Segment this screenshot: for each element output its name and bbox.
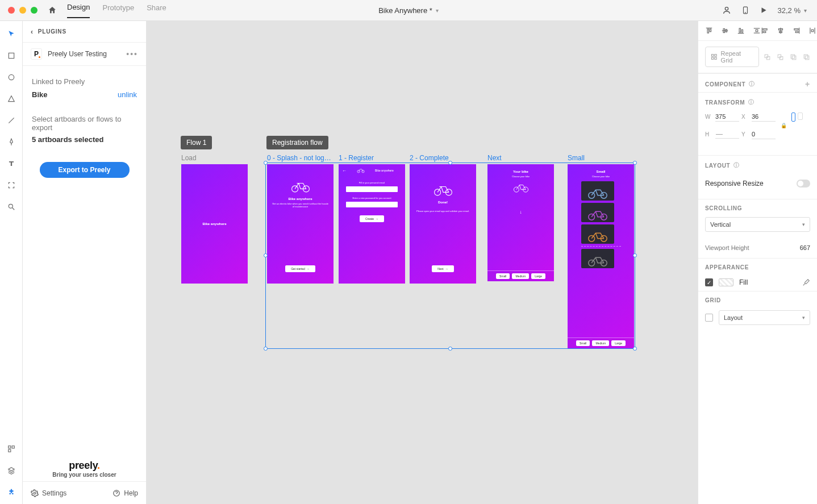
subtract-op-icon[interactable]: [777, 53, 784, 61]
zoom-tool-icon[interactable]: [6, 202, 16, 212]
export-button[interactable]: Export to Preely: [40, 162, 130, 178]
grid-select[interactable]: Layout ▾: [719, 310, 810, 325]
artboard-tool-icon[interactable]: [6, 180, 16, 190]
back-icon[interactable]: ‹: [31, 28, 34, 36]
ellipse-tool-icon[interactable]: [6, 72, 16, 82]
rectangle-tool-icon[interactable]: [6, 51, 16, 61]
align-left-icon[interactable]: [761, 27, 769, 35]
align-hcenter-icon[interactable]: [777, 27, 785, 35]
grid-checkbox[interactable]: [705, 314, 713, 322]
viewport-height-label: Viewport Height: [705, 244, 749, 251]
polygon-tool-icon[interactable]: [6, 94, 16, 104]
svg-rect-9: [12, 446, 14, 448]
add-component-icon[interactable]: +: [805, 80, 810, 89]
zoom-control[interactable]: 32,2 % ▾: [778, 6, 807, 15]
height-input[interactable]: —: [715, 130, 739, 139]
bike-icon: [433, 184, 453, 196]
canvas[interactable]: Flow 1 Registration flow Load 0 - Splash…: [147, 21, 698, 504]
tab-prototype[interactable]: Prototype: [102, 3, 134, 18]
distribute-h-icon[interactable]: [808, 27, 816, 35]
line-tool-icon[interactable]: [6, 115, 16, 126]
artboard-splash[interactable]: Bike anywhere Get an electric bike when …: [267, 164, 334, 284]
responsive-toggle[interactable]: [797, 180, 810, 188]
distribute-v-icon[interactable]: [753, 27, 761, 35]
window-zoom[interactable]: [31, 7, 37, 14]
info-icon[interactable]: ⓘ: [749, 80, 755, 88]
x-label: X: [741, 114, 749, 120]
align-right-icon[interactable]: [793, 27, 801, 35]
fill-checkbox[interactable]: ✓: [705, 278, 713, 286]
document-title[interactable]: Bike Anywhere * ▾: [378, 6, 439, 15]
artboard-complete[interactable]: Done! Please open your email app and val…: [410, 164, 476, 284]
artboard-label-small[interactable]: Small: [568, 154, 630, 162]
select-tool-icon[interactable]: [6, 29, 16, 39]
repeat-grid-button[interactable]: Repeat Grid: [705, 47, 759, 67]
intersect-op-icon[interactable]: [790, 53, 797, 61]
align-top-icon[interactable]: [705, 27, 713, 35]
svg-rect-60: [791, 55, 795, 59]
scrolling-value: Vertical: [710, 221, 731, 228]
x-input[interactable]: [752, 112, 776, 122]
grid-section-head: GRID: [698, 291, 817, 307]
unlink-link[interactable]: unlink: [118, 90, 137, 99]
settings-button[interactable]: Settings: [31, 489, 66, 497]
lock-icon[interactable]: 🔒: [778, 123, 789, 128]
svg-point-6: [9, 204, 12, 208]
artboard-text: Your bike: [513, 170, 528, 173]
tab-design[interactable]: Design: [67, 3, 90, 18]
width-input[interactable]: [715, 112, 739, 122]
home-icon[interactable]: [48, 6, 57, 15]
info-icon[interactable]: ⓘ: [733, 161, 740, 169]
artboard-button: Large: [611, 340, 626, 346]
fill-swatch[interactable]: [719, 278, 733, 286]
flow-badge-2[interactable]: Registration flow: [266, 136, 328, 149]
pen-tool-icon[interactable]: [6, 137, 16, 147]
assets-icon[interactable]: [6, 444, 16, 454]
artboard-next[interactable]: Your bike Choose your bike ↓ Small Mediu…: [487, 164, 554, 281]
artboard-label-complete[interactable]: 2 - Complete: [410, 154, 472, 162]
svg-line-7: [12, 208, 14, 210]
portrait-button[interactable]: [791, 113, 795, 122]
account-icon[interactable]: [722, 6, 731, 15]
svg-rect-55: [711, 57, 713, 59]
add-op-icon[interactable]: [764, 53, 771, 61]
svg-point-11: [34, 492, 36, 494]
artboard-load[interactable]: Bike anywhere: [181, 164, 248, 284]
window-minimize[interactable]: [19, 7, 26, 14]
w-label: W: [705, 114, 713, 120]
artboard-label-load[interactable]: Load: [181, 154, 244, 162]
artboard-small[interactable]: Small Choose your bike Small Medium Larg…: [568, 164, 634, 348]
flow-badge-1[interactable]: Flow 1: [181, 136, 212, 149]
panel-header[interactable]: ‹ PLUGINS: [23, 21, 146, 43]
landscape-button[interactable]: [798, 113, 803, 120]
align-vmiddle-icon[interactable]: [721, 27, 729, 35]
artboard-label-splash[interactable]: 0 - Splash - not logg...: [267, 154, 333, 162]
eyedropper-icon[interactable]: [802, 278, 810, 286]
window-close[interactable]: [8, 7, 15, 14]
scrolling-select[interactable]: Vertical ▾: [705, 217, 810, 232]
exclude-op-icon[interactable]: [803, 53, 810, 61]
layers-icon[interactable]: [6, 465, 16, 476]
svg-point-27: [588, 260, 594, 266]
mobile-preview-icon[interactable]: [741, 6, 749, 15]
y-input[interactable]: [752, 130, 776, 139]
artboard-register[interactable]: ← Bike anywhere Fill in your personal em…: [339, 164, 405, 284]
artboard-label-register[interactable]: 1 - Register: [339, 154, 401, 162]
artboard-button: Medium: [592, 340, 609, 346]
help-button[interactable]: Help: [112, 489, 138, 497]
artboard-text: Choose your bike: [592, 175, 610, 178]
artboard-input: [346, 186, 398, 192]
info-icon[interactable]: ⓘ: [748, 98, 755, 106]
artboard-button: Small: [496, 273, 510, 279]
artboard-text: Small: [596, 170, 605, 173]
more-icon[interactable]: •••: [126, 49, 138, 59]
select-instruction: Select artboards or flows to export: [32, 115, 137, 132]
artboard-text: Bike anywhere: [288, 197, 312, 201]
plugins-icon[interactable]: [6, 487, 16, 497]
artboard-label-next[interactable]: Next: [487, 154, 550, 162]
tab-share[interactable]: Share: [147, 3, 166, 18]
align-bottom-icon[interactable]: [737, 27, 745, 35]
text-tool-icon[interactable]: [6, 159, 16, 169]
viewport-height-value[interactable]: 667: [800, 244, 810, 251]
play-icon[interactable]: [760, 6, 768, 14]
